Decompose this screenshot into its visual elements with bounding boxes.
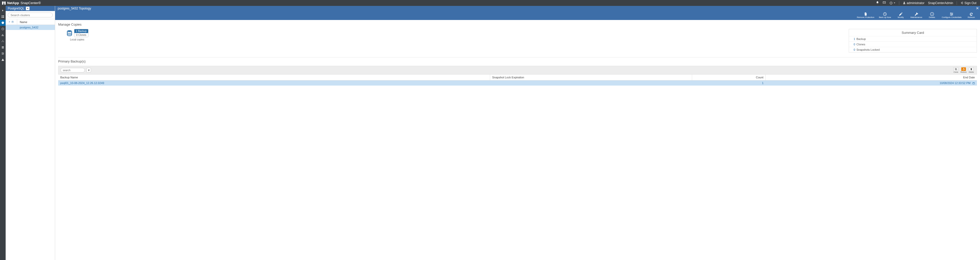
calendar-icon: [972, 82, 975, 84]
mail-icon[interactable]: [883, 1, 886, 5]
col-count[interactable]: Count: [692, 75, 766, 81]
help-dropdown[interactable]: ?: [889, 2, 896, 5]
divider: [58, 57, 977, 57]
modify-button[interactable]: Modify: [896, 12, 906, 19]
divider: [899, 1, 899, 5]
table-row[interactable]: psql01_10-08-2024_12.26.12.0249 1 10/08/…: [58, 81, 977, 86]
backup-count-pill: 1 Backup 0 Clones: [74, 29, 88, 37]
svg-text:?: ?: [891, 2, 892, 4]
clone-button[interactable]: Clone: [953, 67, 959, 73]
summary-backups[interactable]: 1 Backup: [849, 36, 977, 41]
col-lock-expiration[interactable]: Snapshot Lock Expiration: [490, 75, 692, 81]
backup-count: 1 Backup: [74, 29, 88, 33]
copies-row: 1 Backup 0 Clones Local copies Summary C…: [58, 29, 977, 52]
summary-title: Summary Card: [849, 29, 977, 36]
brand-company: NetApp: [7, 1, 19, 5]
backup-now-button[interactable]: Back up Now: [879, 12, 891, 19]
svg-point-25: [951, 13, 951, 13]
close-icon[interactable]: ✕: [976, 6, 979, 10]
svg-point-28: [67, 30, 72, 32]
brand-product: SnapCenter®: [21, 1, 41, 5]
rail-alerts[interactable]: [0, 57, 6, 63]
user-menu[interactable]: administrator: [903, 1, 924, 5]
summary-clones[interactable]: 0 Clones: [849, 41, 977, 47]
main: postgres_5432 Topology ✕ Remove Protecti…: [55, 6, 980, 260]
nav-rail: [0, 6, 6, 260]
svg-rect-5: [3, 17, 4, 18]
restore-button[interactable]: Restore: [960, 67, 967, 73]
netapp-logo-icon: [2, 2, 6, 5]
bell-icon[interactable]: [876, 1, 879, 5]
rail-reports[interactable]: [0, 32, 6, 38]
cluster-list-header: Name: [6, 19, 55, 25]
svg-rect-13: [2, 54, 4, 54]
cluster-name: postgres_5432: [20, 26, 38, 29]
refresh-button[interactable]: Refresh: [966, 12, 977, 19]
svg-point-27: [951, 14, 951, 15]
clone-count: 0 Clones: [74, 33, 88, 37]
summary-card: Summary Card 1 Backup 0 Clones 0 Snapsho…: [849, 29, 977, 52]
filter-button[interactable]: [86, 68, 91, 73]
maintenance-button[interactable]: Maintenance: [910, 12, 922, 19]
page-title: postgres_5432 Topology: [55, 6, 980, 11]
user-name: administrator: [907, 1, 924, 5]
svg-point-15: [2, 52, 3, 53]
summary-snapshots-locked[interactable]: 0 Snapshots Locked: [849, 47, 977, 52]
svg-point-7: [3, 40, 3, 41]
svg-point-17: [2, 54, 3, 55]
svg-point-26: [952, 14, 953, 14]
table-header-row: Backup Name Snapshot Lock Expiration Cou…: [58, 75, 977, 81]
rail-storage[interactable]: [0, 44, 6, 51]
cluster-search-input[interactable]: [8, 13, 53, 17]
remove-protection-button[interactable]: Remove Protection: [857, 12, 874, 19]
rail-monitor[interactable]: [0, 26, 6, 32]
svg-point-16: [3, 53, 3, 54]
delete-icon: [969, 67, 974, 71]
content: Manage Copies 1 Backup 0 Clones Local co…: [55, 20, 980, 260]
backups-table: Backup Name Snapshot Lock Expiration Cou…: [58, 75, 977, 86]
plugin-name: PostgreSQL: [8, 7, 24, 10]
cluster-row[interactable]: postgres_5432: [6, 25, 55, 30]
signout-label: Sign Out: [964, 1, 977, 5]
cell-end-date: 10/08/2024 12:33:52 PM: [766, 81, 977, 86]
configure-credentials-button[interactable]: Configure Credentials: [942, 12, 961, 19]
svg-rect-11: [2, 48, 4, 48]
svg-rect-29: [955, 69, 957, 70]
svg-rect-10: [2, 47, 4, 48]
rail-settings[interactable]: [0, 51, 6, 57]
brand: NetApp SnapCenter®: [2, 1, 41, 5]
local-copies-label: Local copies: [70, 38, 84, 41]
plugin-dropdown[interactable]: [26, 7, 29, 10]
signout-button[interactable]: Sign Out: [961, 1, 977, 5]
svg-rect-20: [932, 14, 932, 15]
topbar: NetApp SnapCenter® ? administrator SnapC…: [0, 0, 980, 6]
name-column-header[interactable]: Name: [17, 21, 27, 24]
details-button[interactable]: Details: [927, 12, 937, 19]
rail-resources[interactable]: [0, 20, 6, 26]
topbar-actions: ? administrator SnapCenterAdmin Sign Out: [876, 1, 978, 5]
backups-search-input[interactable]: [60, 68, 85, 73]
cluster-search-wrap: [6, 11, 55, 19]
rail-expand[interactable]: [0, 8, 6, 14]
banner-actions: Remove Protection Back up Now Modify Mai…: [55, 11, 980, 20]
col-backup-name[interactable]: Backup Name: [58, 75, 490, 81]
rail-hosts[interactable]: [0, 38, 6, 44]
delete-button[interactable]: Delete: [968, 67, 975, 73]
svg-rect-21: [932, 13, 932, 13]
plugin-header: PostgreSQL: [6, 6, 55, 11]
database-icon: [66, 29, 73, 36]
svg-rect-3: [3, 16, 4, 17]
col-end-date[interactable]: End Date: [766, 75, 977, 81]
primary-backups-title: Primary Backup(s): [58, 59, 977, 63]
banner: postgres_5432 Topology ✕ Remove Protecti…: [55, 6, 980, 20]
svg-rect-2: [2, 16, 3, 17]
clone-icon: [954, 67, 958, 71]
svg-rect-4: [2, 17, 3, 18]
restore-icon: [961, 67, 966, 71]
cell-lock: [490, 81, 692, 86]
local-copies-block[interactable]: 1 Backup 0 Clones Local copies: [66, 29, 88, 41]
role-label[interactable]: SnapCenterAdmin: [928, 1, 953, 5]
rail-dashboard[interactable]: [0, 14, 6, 20]
sort-toggle[interactable]: [6, 19, 17, 25]
cell-backup-name: psql01_10-08-2024_12.26.12.0249: [58, 81, 490, 86]
